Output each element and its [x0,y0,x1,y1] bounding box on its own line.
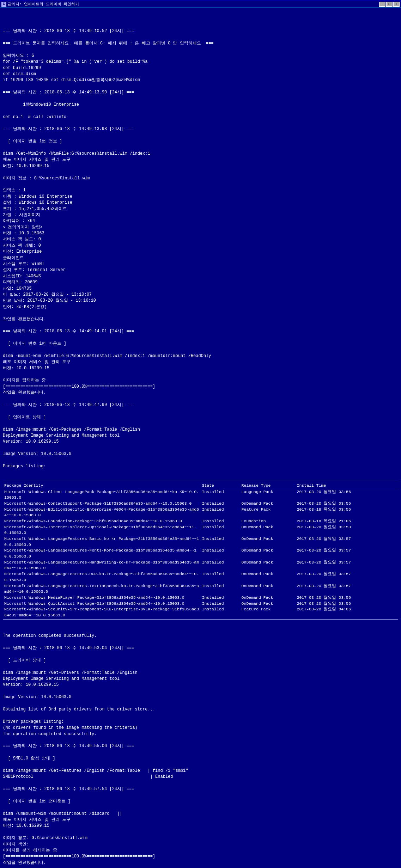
table-cell-install_time: 2017-03-20 월요일 03:57 [296,560,398,571]
main-window: C 관리자: 업데이트와 드라이버 확인하기 ─ □ ✕ === 날짜와 시간 … [0,0,401,868]
packages-table: Package IdentityStateRelease TypeInstall… [3,482,398,619]
table-header-identity: Package Identity [3,483,201,489]
console-line [3,96,398,101]
table-cell-install_time: 2017-03-20 월요일 03:57 [296,583,398,595]
table-cell-state: Installed [201,595,240,601]
console-line: dism /unmount-wim /mountdir:mount /disca… [3,811,398,817]
table-cell-release_type: Language Pack [240,489,296,501]
title-bar: C 관리자: 업데이트와 드라이버 확인하기 ─ □ ✕ [0,0,401,8]
console-line: Version: 10.0.16299.15 [3,682,398,688]
table-header-release_type: Release Type [240,483,296,489]
console-line [3,750,398,756]
console-line [3,762,398,768]
table-cell-identity: Microsoft-Windows-Security-SPP-Component… [3,607,201,618]
table-cell-release_type: OnDemand Pack [240,501,296,507]
console-line: === 날짜와 시간 : 2018-06-13 수 14:49:57.54 [2… [3,786,398,792]
console-line: 언어: ko-KR(기본값) [3,304,398,310]
console-line: set build=16299 [3,65,398,71]
console-line [3,371,398,377]
minimize-button[interactable]: ─ [379,2,385,7]
table-cell-release_type: OnDemand Pack [240,595,296,601]
console-line: === 날짜와 시간 : 2018-06-13 수 14:49:10.52 [2… [3,28,398,34]
table-cell-state: Installed [201,507,240,518]
console-line: [ 이미지 번호 1번 마운트 ] [3,341,398,347]
table-cell-install_time: 2017-03-20 월요일 03:58 [296,524,398,536]
console-line [3,445,398,451]
console-line: 작업을 완료했습니다. [3,860,398,866]
close-button[interactable]: ✕ [393,2,400,7]
title-bar-buttons: ─ □ ✕ [379,2,400,7]
console-line: Image Version: 10.0.15063.0 [3,694,398,700]
console-line [3,805,398,811]
table-cell-release_type: OnDemand Pack [240,560,296,571]
table-cell-install_time: 2017-03-18 목요일 21:06 [296,518,398,524]
console-line [3,457,398,463]
console-line: Deployment Image Servicing and Managemen… [3,433,398,439]
console-line [3,780,398,786]
table-cell-state: Installed [201,601,240,607]
console-line: 시스템 루트: winNT [3,261,398,267]
table-header-install_time: Install Time [296,483,398,489]
console-line: [==========================100.0%=======… [3,384,398,390]
console-line: === 날짜와 시간 : 2018-06-13 수 14:49:13.98 [2… [3,126,398,132]
console-line: The operation completed successfully. [3,731,398,737]
console-line: === 날짜와 시간 : 2018-06-13 수 14:49:53.04 [2… [3,645,398,651]
window-title: 관리자: 업데이트와 드라이버 확인하기 [8,1,79,7]
title-bar-left: C 관리자: 업데이트와 드라이버 확인하기 [1,1,79,7]
table-row: Microsoft-Windows-EditionSpecific-Enterp… [3,507,398,518]
window-icon: C [1,2,6,7]
table-cell-install_time: 2017-03-20 월요일 03:56 [296,595,398,601]
console-line [3,47,398,53]
table-row: Microsoft-Windows-MediaPlayer-Package~31… [3,595,398,601]
console-line: 설치 루트: Terminal Server [3,267,398,273]
table-cell-release_type: OnDemand Pack [240,524,296,536]
console-line [3,347,398,353]
table-cell-release_type: OnDemand Pack [240,571,296,583]
table-cell-state: Installed [201,536,240,548]
console-line: 이름 : Windows 10 Enterprise [3,194,398,200]
packages-table-element: Package IdentityStateRelease TypeInstall… [3,483,398,618]
console-line: dism /image:mount /Get-Drivers /Format:T… [3,670,398,676]
console-line [3,120,398,126]
console-line: Deployment Image Servicing and Managemen… [3,676,398,682]
console-line: 이 빌드: 2017-03-20 월요일 - 13:10:07 [3,292,398,298]
console-line: set no=1 & call :wiminfo [3,114,398,120]
console-output: === 날짜와 시간 : 2018-06-13 수 14:49:10.52 [2… [0,8,401,868]
table-cell-install_time: 2017-03-20 월요일 03:56 [296,489,398,501]
console-line: === 날짜와 시간 : 2018-06-13 수 14:49:13.90 [2… [3,90,398,96]
table-cell-install_time: 2017-03-20 월요일 04:06 [296,607,398,618]
table-cell-release_type: Feature Pack [240,507,296,518]
table-cell-install_time: 2017-03-20 월요일 03:57 [296,571,398,583]
console-line: [ 드라이버 상태 ] [3,658,398,664]
console-line: 입력하세요 : G [3,53,398,59]
table-cell-install_time: 2017-03-20 월요일 03:57 [296,536,398,548]
console-line: < 전의의미지 알림> [3,224,398,230]
console-line: 서비스 팩 빌드: 0 [3,236,398,242]
console-line: 작업을 완료했습니다. [3,316,398,322]
console-line: dism -mount-wim /wimfile:G:%sources%inst… [3,353,398,359]
console-line: 배포 이미지 서비스 및 관리 도구 [3,157,398,163]
table-cell-state: Installed [201,607,240,618]
console-line: dism /image:mount /Get-Features /English… [3,768,398,774]
console-line: 이미지 경로: G:%sources%install.wim [3,835,398,841]
console-line: 배포 이미지 서비스 및 관리 도구 [3,359,398,365]
console-line [3,310,398,316]
table-cell-identity: Microsoft-Windows-MediaPlayer-Package~31… [3,595,201,601]
console-line: === 드라이브 문자를 입력하세요. 예를 들어서 C: 에서 뒤에 : 은 … [3,41,398,47]
console-line [3,664,398,670]
table-cell-identity: Microsoft-Windows-QuickAssist-Package~31… [3,601,201,607]
table-cell-install_time: 2017-03-20 월요일 03:57 [296,548,398,559]
console-line: 서비스 팩 레벨: 0 [3,243,398,249]
table-cell-release_type: OnDemand Pack [240,583,296,595]
console-line: Version: 10.0.16299.15 [3,439,398,445]
console-line [3,335,398,341]
console-line: 설명 : Windows 10 Enterprise [3,200,398,206]
console-line [3,322,398,328]
console-line [3,35,398,41]
console-lines: === 날짜와 시간 : 2018-06-13 수 14:49:10.52 [2… [3,22,398,470]
console-line: 버전: Enterprise [3,249,398,255]
maximize-button[interactable]: □ [386,2,393,7]
table-cell-identity: Microsoft-Windows-Foundation-Package~31b… [3,518,201,524]
console-line: 버전: 10.0.16299.15 [3,365,398,371]
console-line: 이미지를 탑재하는 중 [3,377,398,383]
